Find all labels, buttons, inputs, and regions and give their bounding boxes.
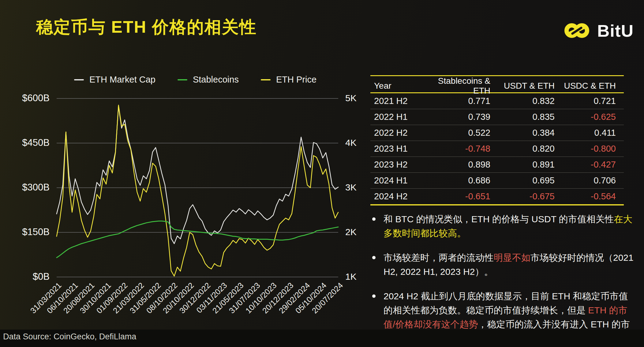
- cell-year: 2022 H1: [370, 112, 425, 122]
- cell-correlation-value: 0.721: [560, 96, 624, 106]
- series-stablecoins: [57, 221, 338, 258]
- left-axis-label: $0B: [4, 271, 50, 282]
- bullet-text: 和 BTC 的情况类似，ETH 的价格与 USDT 的市值相关性在大多数时间都比…: [384, 212, 635, 240]
- bullet-dot-icon: [372, 217, 376, 221]
- legend-label: ETH Market Cap: [89, 75, 155, 85]
- table-row: 2024 H10.6860.6950.706: [370, 172, 624, 188]
- cell-correlation-value: 0.891: [496, 160, 560, 170]
- left-axis-label: $600B: [4, 93, 50, 104]
- correlation-table: Year Stablecoins & ETH USDT & ETH USDC &…: [370, 75, 624, 205]
- cell-correlation-value: -0.625: [560, 112, 624, 122]
- cell-correlation-value: 0.832: [496, 96, 560, 106]
- slide: { "slide": { "title": "稳定币与 ETH 价格的相关性",…: [0, 0, 644, 347]
- table-row: 2024 H2-0.651-0.675-0.564: [370, 188, 624, 204]
- table-row: 2023 H20.8980.891-0.427: [370, 157, 624, 172]
- table-row: 2022 H10.7390.835-0.625: [370, 109, 624, 125]
- cell-year: 2021 H2: [370, 96, 425, 106]
- cell-correlation-value: 0.384: [496, 128, 560, 138]
- legend-item: ETH Market Cap: [74, 75, 155, 85]
- bullet-text: 市场较差时，两者的流动性明显不如市场较好时的情况（2021 H2, 2022 H…: [384, 251, 635, 279]
- legend-label: ETH Price: [276, 75, 316, 85]
- cell-correlation-value: 0.771: [425, 96, 496, 106]
- table-header-stablecoins-eth: Stablecoins & ETH: [425, 76, 496, 96]
- series-eth-price: [57, 105, 338, 276]
- bullet-segment-white: 和 BTC 的情况类似，ETH 的价格与 USDT 的市值相关性: [384, 214, 614, 224]
- cell-correlation-value: 0.411: [560, 128, 624, 138]
- cell-correlation-value: 0.835: [496, 112, 560, 122]
- cell-correlation-value: -0.427: [560, 160, 624, 170]
- cell-correlation-value: -0.800: [560, 144, 624, 154]
- cell-year: 2024 H1: [370, 175, 425, 186]
- legend-dash-icon: [178, 79, 187, 80]
- cell-year: 2024 H2: [370, 191, 425, 201]
- series-eth-market-cap: [57, 106, 338, 244]
- left-axis-label: $150B: [4, 227, 50, 238]
- bullet-item: 市场较差时，两者的流动性明显不如市场较好时的情况（2021 H2, 2022 H…: [371, 251, 635, 279]
- chart-legend: ETH Market CapStablecoinsETH Price: [74, 75, 316, 85]
- left-axis-label: $300B: [4, 182, 50, 193]
- bullet-segment-white: 市场较差时，两者的流动性: [384, 253, 494, 263]
- right-axis-label: 5K: [345, 93, 357, 103]
- bullet-segment-red: 明显不如: [494, 253, 530, 263]
- cell-correlation-value: 0.706: [560, 175, 624, 186]
- cell-year: 2023 H1: [370, 144, 425, 154]
- table-header-year: Year: [370, 81, 425, 91]
- cell-correlation-value: 0.522: [425, 128, 496, 138]
- legend-label: Stablecoins: [193, 75, 239, 85]
- data-source-label: Data Source: CoinGecko, DefiLlama: [3, 332, 136, 341]
- cell-correlation-value: -0.748: [425, 144, 496, 154]
- legend-item: Stablecoins: [178, 75, 239, 85]
- table-header-usdt-eth: USDT & ETH: [496, 81, 560, 91]
- cell-correlation-value: 0.686: [425, 175, 496, 186]
- cell-correlation-value: -0.564: [560, 191, 624, 201]
- cell-year: 2022 H2: [370, 128, 425, 138]
- insight-bullets: 和 BTC 的情况类似，ETH 的价格与 USDT 的市值相关性在大多数时间都比…: [371, 212, 635, 345]
- table-row: 2023 H1-0.7480.820-0.800: [370, 141, 624, 157]
- legend-dash-icon: [74, 79, 84, 80]
- cell-correlation-value: 0.898: [425, 160, 496, 170]
- right-axis-label: 2K: [345, 227, 357, 237]
- bullet-item: 和 BTC 的情况类似，ETH 的价格与 USDT 的市值相关性在大多数时间都比…: [371, 212, 635, 240]
- table-row: 2022 H20.5220.3840.411: [370, 125, 624, 141]
- cell-correlation-value: -0.675: [496, 191, 560, 201]
- cell-year: 2023 H2: [370, 160, 425, 170]
- cell-correlation-value: 0.695: [496, 175, 560, 186]
- right-axis-label: 3K: [345, 182, 357, 193]
- table-header-row: Year Stablecoins & ETH USDT & ETH USDC &…: [370, 76, 624, 93]
- left-axis-label: $450B: [4, 137, 50, 148]
- cell-correlation-value: 0.820: [496, 144, 560, 154]
- right-axis-label: 4K: [345, 138, 357, 148]
- legend-item: ETH Price: [261, 75, 316, 85]
- legend-dash-icon: [261, 79, 271, 80]
- table-header-usdc-eth: USDC & ETH: [560, 81, 624, 91]
- bullet-dot-icon: [372, 294, 376, 298]
- cell-correlation-value: 0.739: [425, 112, 496, 122]
- table-body: 2021 H20.7710.8320.7212022 H10.7390.835-…: [370, 93, 624, 204]
- right-axis-label: 1K: [345, 271, 357, 282]
- table-row: 2021 H20.7710.8320.721: [370, 93, 624, 109]
- bullet-dot-icon: [372, 256, 376, 259]
- cell-correlation-value: -0.651: [425, 191, 496, 201]
